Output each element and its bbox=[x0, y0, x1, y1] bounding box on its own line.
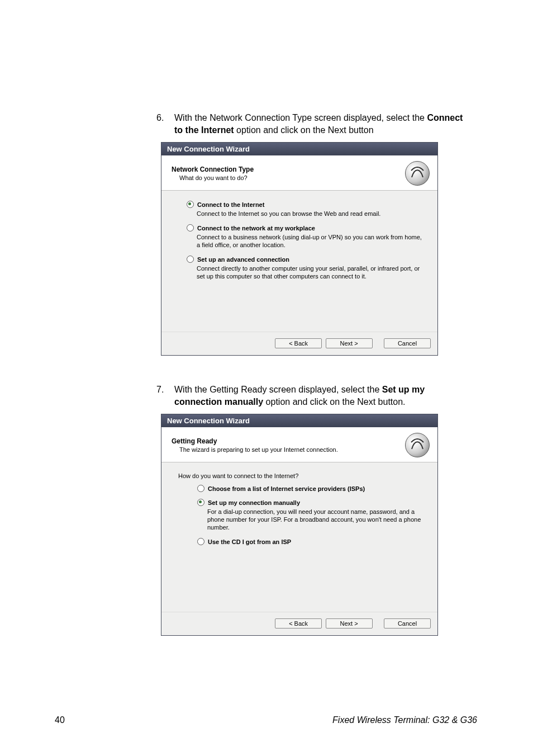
wizard-titlebar: New Connection Wizard bbox=[161, 143, 437, 155]
wizard-header-title: Network Connection Type bbox=[172, 166, 405, 173]
option-connect-internet[interactable]: Connect to the Internet Connect to the I… bbox=[187, 201, 422, 218]
back-button[interactable]: < Back bbox=[275, 618, 322, 629]
wizard-header-subtitle: What do you want to do? bbox=[179, 174, 405, 181]
option-desc: Connect to the Internet so you can brows… bbox=[197, 210, 422, 218]
cancel-button[interactable]: Cancel bbox=[384, 338, 431, 348]
step-7: 7. With the Getting Ready screen display… bbox=[156, 384, 464, 636]
wizard-body: Connect to the Internet Connect to the I… bbox=[161, 191, 437, 332]
page-footer: 40 Fixed Wireless Terminal: G32 & G36 bbox=[55, 715, 477, 725]
option-use-isp-cd[interactable]: Use the CD I got from an ISP bbox=[197, 538, 422, 545]
option-connect-workplace[interactable]: Connect to the network at my workplace C… bbox=[187, 224, 422, 249]
option-desc: For a dial-up connection, you will need … bbox=[207, 508, 422, 531]
radio-icon[interactable] bbox=[187, 201, 194, 208]
wizard-header: Network Connection Type What do you want… bbox=[161, 155, 437, 191]
next-button[interactable]: Next > bbox=[326, 618, 373, 629]
step7-text-a: With the Getting Ready screen displayed,… bbox=[174, 385, 382, 394]
next-button[interactable]: Next > bbox=[326, 338, 373, 348]
step-6: 6. With the Network Connection Type scre… bbox=[156, 112, 464, 356]
wizard-header-subtitle: The wizard is preparing to set up your I… bbox=[179, 446, 405, 453]
radio-icon[interactable] bbox=[187, 256, 194, 263]
wizard-network-connection-type: New Connection Wizard Network Connection… bbox=[161, 142, 438, 356]
radio-icon[interactable] bbox=[197, 485, 204, 492]
cancel-button[interactable]: Cancel bbox=[384, 618, 431, 629]
option-label: Use the CD I got from an ISP bbox=[208, 538, 291, 545]
option-desc: Connect to a business network (using dia… bbox=[197, 233, 422, 249]
option-advanced-connection[interactable]: Set up an advanced connection Connect di… bbox=[187, 256, 422, 280]
step6-text-a: With the Network Connection Type screen … bbox=[174, 113, 427, 122]
wizard-header-title: Getting Ready bbox=[172, 437, 405, 445]
option-label: Set up an advanced connection bbox=[197, 256, 289, 263]
wizard-icon bbox=[405, 433, 430, 457]
wizard-footer: < Back Next > Cancel bbox=[161, 332, 437, 355]
back-button[interactable]: < Back bbox=[275, 338, 322, 348]
radio-icon[interactable] bbox=[197, 499, 204, 506]
option-choose-isp-list[interactable]: Choose from a list of Internet service p… bbox=[197, 485, 422, 492]
wizard-getting-ready: New Connection Wizard Getting Ready The … bbox=[161, 414, 438, 636]
wizard-question: How do you want to connect to the Intern… bbox=[178, 472, 422, 479]
step-text: With the Network Connection Type screen … bbox=[174, 112, 464, 136]
option-label: Set up my connection manually bbox=[208, 499, 300, 506]
page-number: 40 bbox=[55, 715, 65, 725]
step-text: With the Getting Ready screen displayed,… bbox=[174, 384, 464, 408]
step-number: 6. bbox=[156, 112, 174, 136]
wizard-titlebar: New Connection Wizard bbox=[161, 414, 437, 427]
option-label: Choose from a list of Internet service p… bbox=[208, 485, 365, 492]
step-number: 7. bbox=[156, 384, 174, 408]
wizard-header: Getting Ready The wizard is preparing to… bbox=[161, 427, 437, 462]
option-setup-manually[interactable]: Set up my connection manually For a dial… bbox=[197, 499, 422, 531]
option-label: Connect to the network at my workplace bbox=[197, 225, 315, 231]
radio-icon[interactable] bbox=[187, 224, 194, 231]
footer-title: Fixed Wireless Terminal: G32 & G36 bbox=[332, 715, 477, 725]
wizard-icon bbox=[405, 161, 430, 186]
step6-text-c: option and click on the Next button bbox=[234, 125, 374, 135]
wizard-footer: < Back Next > Cancel bbox=[161, 612, 437, 635]
wizard-body: How do you want to connect to the Intern… bbox=[161, 462, 437, 612]
radio-icon[interactable] bbox=[197, 538, 204, 545]
option-label: Connect to the Internet bbox=[197, 201, 264, 208]
step7-text-c: option and click on the Next button. bbox=[263, 397, 405, 407]
option-desc: Connect directly to another computer usi… bbox=[197, 264, 422, 280]
